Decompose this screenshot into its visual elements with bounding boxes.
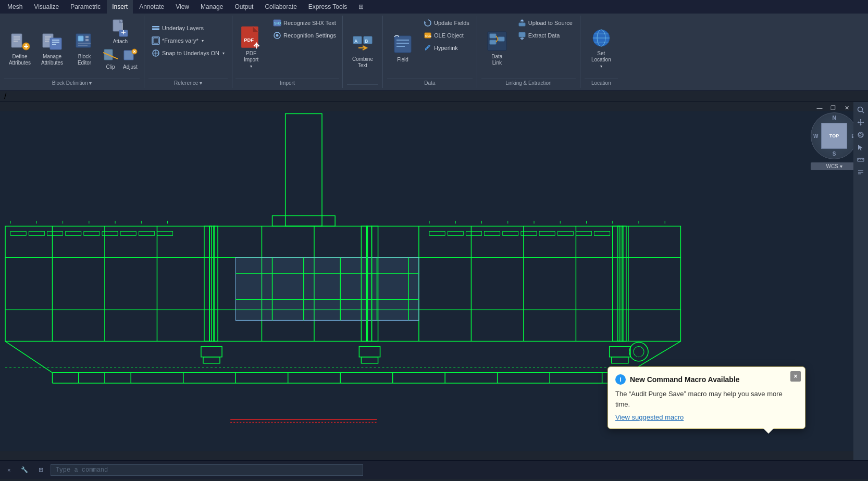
set-location-label: SetLocation: [591, 50, 611, 63]
snap-icon: [152, 49, 160, 57]
underlay-layers-button[interactable]: Underlay Layers: [148, 23, 207, 33]
measure-tool[interactable]: [855, 154, 866, 166]
tab-view[interactable]: View: [170, 0, 194, 14]
recognition-settings-button[interactable]: Recognition Settings: [270, 30, 339, 41]
upload-icon: [518, 19, 526, 27]
tab-visualize[interactable]: Visualize: [29, 0, 64, 14]
orbit-tool[interactable]: [855, 129, 866, 141]
hyperlink-label: Hyperlink: [434, 45, 458, 51]
combine-text-icon: A B: [351, 32, 374, 55]
recognition-settings-label: Recognition Settings: [283, 32, 336, 39]
upload-to-source-label: Upload to Source: [528, 20, 573, 26]
snap-underlays-button[interactable]: Snap to Underlays ON ▾: [148, 48, 228, 58]
group-linking-extraction-label: Linking & Extraction: [481, 79, 576, 86]
tab-insert[interactable]: Insert: [107, 0, 133, 14]
zoom-tool[interactable]: [855, 104, 866, 116]
coord-bar: /: [0, 91, 868, 102]
pan-tool[interactable]: [855, 117, 866, 128]
tab-extra[interactable]: ⊞: [353, 0, 369, 14]
group-import: PDF PDFImport ▾ SHX Recognize SHX Text: [232, 16, 343, 88]
group-location: SetLocation ▾ Location: [580, 16, 622, 88]
properties-tool[interactable]: [855, 167, 866, 178]
field-label: Field: [397, 57, 408, 62]
info-icon: i: [615, 374, 626, 385]
group-combine-text: A B CombineText: [343, 16, 383, 88]
underlay-layers-label: Underlay Layers: [162, 25, 204, 31]
compass[interactable]: N S W E TOP: [811, 112, 858, 159]
combine-text-button[interactable]: A B CombineText: [347, 18, 378, 83]
update-fields-label: Update Fields: [434, 20, 469, 26]
command-input[interactable]: [51, 464, 363, 476]
manage-attributes-button[interactable]: ManageAttributes: [36, 18, 68, 78]
recognize-shx-label: Recognize SHX Text: [283, 20, 336, 26]
field-button[interactable]: Field: [387, 18, 418, 78]
clip-button[interactable]: Clip: [101, 47, 120, 71]
set-location-button[interactable]: SetLocation ▾: [585, 18, 618, 78]
update-fields-button[interactable]: Update Fields: [420, 18, 473, 28]
pdf-import-button[interactable]: PDF PDFImport ▾: [235, 18, 267, 78]
adjust-button[interactable]: Adjust: [121, 47, 140, 71]
set-location-arrow: ▾: [600, 64, 602, 69]
hyperlink-icon: [424, 44, 432, 52]
measure-icon: [857, 156, 864, 163]
select-tool[interactable]: [855, 142, 866, 153]
group-linking-extraction: DataLink Upload to Source Extract Data: [477, 16, 580, 88]
compass-north: N: [832, 115, 836, 121]
group-block-definition-label[interactable]: Block Definition: [4, 79, 140, 86]
tab-manage[interactable]: Manage: [195, 0, 228, 14]
viewcube[interactable]: N S W E TOP WCS ▾: [811, 112, 858, 180]
svg-rect-62: [519, 32, 525, 37]
adjust-label: Adjust: [123, 64, 138, 70]
block-editor-button[interactable]: BlockEditor: [69, 18, 100, 78]
globe-icon: [590, 27, 613, 49]
attach-button[interactable]: Attach: [101, 18, 140, 45]
attach-label: Attach: [113, 39, 128, 44]
underlay-layers-icon: [152, 24, 160, 32]
recognize-shx-button[interactable]: SHX Recognize SHX Text: [270, 18, 339, 28]
extract-icon: [518, 31, 526, 40]
data-link-label: DataLink: [491, 54, 502, 66]
frames-vary-button[interactable]: *Frames vary* ▾: [148, 35, 207, 46]
svg-rect-0: [11, 34, 22, 47]
viewcube-face[interactable]: TOP: [821, 123, 847, 149]
tab-parametric[interactable]: Parametric: [65, 0, 106, 14]
group-combine-text-label: [347, 84, 378, 86]
block-editor-label: BlockEditor: [78, 54, 91, 66]
svg-rect-33: [152, 29, 159, 30]
svg-line-169: [862, 111, 864, 113]
manage-attributes-icon: [41, 30, 64, 53]
svg-point-168: [858, 107, 863, 112]
status-close-button[interactable]: ×: [4, 466, 14, 474]
pdf-import-label: PDFImport: [244, 50, 258, 63]
canvas-area[interactable]: — ❐ ✕: [0, 102, 868, 460]
wcs-button[interactable]: WCS ▾: [811, 162, 858, 170]
command-history-button[interactable]: ⊞: [35, 465, 46, 474]
hyperlink-button[interactable]: Hyperlink: [420, 43, 473, 53]
ole-object-label: OLE Object: [434, 32, 464, 39]
ole-object-button[interactable]: OLE OLE Object: [420, 30, 473, 41]
extract-data-button[interactable]: Extract Data: [515, 30, 576, 41]
wcs-label: WCS: [826, 163, 838, 169]
macro-popup-close-button[interactable]: ×: [790, 371, 801, 382]
view-macro-link[interactable]: View suggested macro: [615, 413, 797, 421]
status-close-icon: ×: [7, 467, 10, 473]
right-toolbar: [853, 102, 868, 460]
ribbon-content: DefineAttributes: [0, 14, 868, 91]
tab-mesh[interactable]: Mesh: [2, 0, 28, 14]
define-attributes-label: DefineAttributes: [9, 54, 31, 66]
data-link-button[interactable]: DataLink: [481, 18, 513, 78]
define-attributes-button[interactable]: DefineAttributes: [4, 18, 35, 78]
group-reference-label[interactable]: Reference: [148, 79, 228, 86]
tab-collaborate[interactable]: Collaborate: [259, 0, 302, 14]
tab-output[interactable]: Output: [229, 0, 258, 14]
upload-to-source-button[interactable]: Upload to Source: [515, 18, 576, 28]
tab-express-tools[interactable]: Express Tools: [303, 0, 352, 14]
svg-rect-18: [85, 39, 89, 41]
status-settings-button[interactable]: 🔧: [18, 465, 31, 474]
svg-text:A: A: [354, 39, 358, 44]
define-attributes-icon: [8, 30, 31, 53]
tab-annotate[interactable]: Annotate: [134, 0, 169, 14]
attach-icon: [111, 19, 130, 37]
svg-rect-57: [490, 40, 496, 44]
adjust-icon: [123, 48, 138, 63]
